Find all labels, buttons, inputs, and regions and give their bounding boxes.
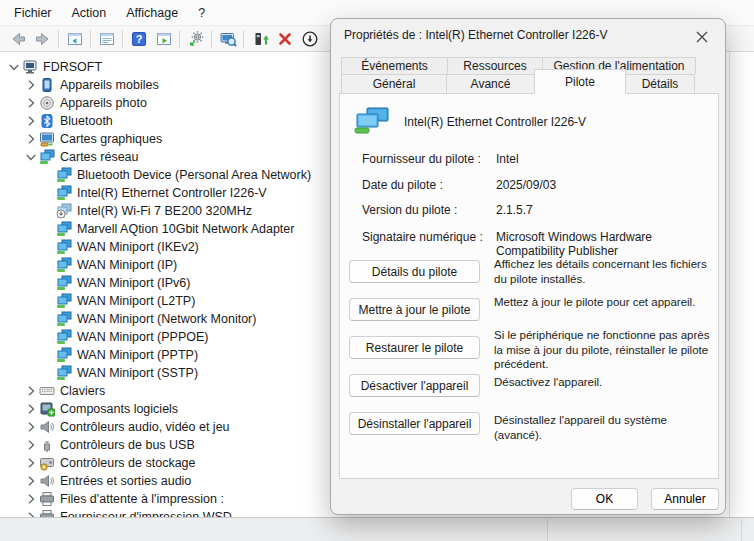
driver-info-label: Signataire numérique :: [362, 230, 483, 244]
update-driver-button[interactable]: Mettre à jour le pilote: [349, 298, 480, 321]
chevron-right-icon[interactable]: [23, 474, 38, 488]
chevron-spacer: [40, 330, 55, 344]
properties-dialog: Propriétés de : Intel(R) Ethernet Contro…: [330, 18, 726, 515]
audio-io-icon: [38, 473, 55, 489]
chevron-right-icon[interactable]: [23, 114, 38, 128]
uninstall-device-button[interactable]: [272, 28, 297, 50]
tree-item-label: Cartes graphiques: [60, 132, 162, 146]
tree-item-label: FDRSOFT: [43, 60, 102, 74]
monitor-search-icon: [219, 30, 237, 48]
chevron-right-icon[interactable]: [23, 438, 38, 452]
chevron-right-icon[interactable]: [23, 420, 38, 434]
driver-details-button[interactable]: Détails du pilote: [349, 260, 480, 283]
help-button[interactable]: ?: [126, 28, 151, 50]
camera-icon: [38, 95, 55, 111]
dialog-title: Propriétés de : Intel(R) Ethernet Contro…: [344, 28, 607, 42]
tab-avance[interactable]: Avancé: [446, 74, 535, 94]
bottom-strip: [0, 517, 754, 541]
network-icon: [55, 347, 72, 363]
driver-tab-panel: Intel(R) Ethernet Controller I226-V Four…: [339, 93, 719, 479]
cancel-button[interactable]: Annuler: [651, 488, 719, 510]
arrow-right-icon: [34, 30, 52, 48]
close-icon[interactable]: [689, 25, 715, 49]
tab-details[interactable]: Détails: [625, 74, 695, 94]
red-x-icon: [276, 30, 294, 48]
tab-pilote[interactable]: Pilote: [534, 69, 626, 94]
chevron-right-icon[interactable]: [23, 78, 38, 92]
keyboard-icon: [38, 383, 55, 399]
forward-button[interactable]: [30, 28, 55, 50]
network-icon: [55, 239, 72, 255]
disable-device-button[interactable]: Désactiver l'appareil: [349, 374, 480, 397]
tree-item-label: WAN Miniport (IP): [77, 258, 177, 272]
network-icon: [55, 293, 72, 309]
tree-item-label: Contrôleurs audio, vidéo et jeu: [60, 420, 230, 434]
chevron-down-icon[interactable]: [6, 60, 21, 74]
tree-item-label: Contrôleurs de bus USB: [60, 438, 195, 452]
tree-item-label: WAN Miniport (IPv6): [77, 276, 190, 290]
chevron-spacer: [40, 294, 55, 308]
tree-item-label: Composants logiciels: [60, 402, 178, 416]
driver-info-label: Date du pilote :: [362, 178, 443, 192]
disable-icon: [301, 30, 319, 48]
properties-button[interactable]: [94, 28, 119, 50]
action-pane-button[interactable]: [151, 28, 176, 50]
show-console-tree-button[interactable]: [62, 28, 87, 50]
ok-button[interactable]: OK: [571, 488, 638, 510]
tab-row-front: GénéralAvancéPiloteDétails: [341, 74, 694, 93]
chevron-down-icon[interactable]: [23, 150, 38, 164]
tree-item-label: Appareils mobiles: [60, 78, 159, 92]
network-icon: [55, 167, 72, 183]
back-button[interactable]: [5, 28, 30, 50]
tree-item-label: WAN Miniport (PPPOE): [77, 330, 209, 344]
tree-item-label: Appareils photo: [60, 96, 147, 110]
tree-item-label: Fournisseur d'impression WSD: [60, 510, 232, 517]
menu-action[interactable]: Action: [62, 2, 117, 24]
driver-info-value: 2.1.5.7: [496, 203, 716, 217]
chevron-right-icon[interactable]: [23, 492, 38, 506]
scrollbar-track[interactable]: [729, 52, 730, 517]
tab-ressources[interactable]: Ressources: [447, 57, 543, 74]
driver-info-value: 2025/09/03: [496, 178, 716, 192]
tab-row-back: ÉvénementsRessourcesGestion de l'aliment…: [341, 57, 695, 74]
chevron-spacer: [40, 240, 55, 254]
tree-item-label: Intel(R) Wi-Fi 7 BE200 320MHz: [77, 204, 252, 218]
search-computer-button[interactable]: [215, 28, 240, 50]
action-pane-icon: [155, 30, 173, 48]
chevron-right-icon[interactable]: [23, 510, 38, 517]
update-driver-button[interactable]: [247, 28, 272, 50]
tree-item-label: Entrées et sorties audio: [60, 474, 191, 488]
uninstall-device-button[interactable]: Désinstaller l'appareil: [349, 412, 480, 435]
menu-aide[interactable]: ?: [188, 2, 215, 24]
printer-icon: [38, 491, 55, 507]
gear-scan-icon: [187, 30, 205, 48]
panel-tree-icon: [66, 30, 84, 48]
chevron-right-icon[interactable]: [23, 402, 38, 416]
chevron-right-icon[interactable]: [23, 456, 38, 470]
chevron-right-icon[interactable]: [23, 132, 38, 146]
svg-text:?: ?: [135, 33, 142, 45]
menu-affichage[interactable]: Affichage: [116, 2, 188, 24]
properties-window-icon: [98, 30, 116, 48]
disable-device-button[interactable]: [297, 28, 322, 50]
chevron-spacer: [40, 348, 55, 362]
software-icon: [38, 401, 55, 417]
network-icon: [55, 257, 72, 273]
chevron-spacer: [40, 168, 55, 182]
toolbar-separator: [90, 30, 91, 48]
display-icon: [38, 131, 55, 147]
rollback-driver-button[interactable]: Restaurer le pilote: [349, 336, 480, 359]
scan-hardware-changes-button[interactable]: [183, 28, 208, 50]
tab-general[interactable]: Général: [341, 74, 447, 94]
menu-fichier[interactable]: Fichier: [4, 2, 62, 24]
chevron-right-icon[interactable]: [23, 96, 38, 110]
tree-item-label: Bluetooth Device (Personal Area Network): [77, 168, 311, 182]
bluetooth-icon: [38, 113, 55, 129]
help-icon: ?: [130, 30, 148, 48]
tab-evenements[interactable]: Événements: [341, 57, 448, 74]
chevron-right-icon[interactable]: [23, 384, 38, 398]
network-icon: [55, 221, 72, 237]
driver-info-value: Microsoft Windows Hardware Compatibility…: [496, 230, 716, 258]
printer-icon: [38, 509, 55, 517]
action-description: Désinstallez l'appareil du système (avan…: [494, 413, 716, 442]
